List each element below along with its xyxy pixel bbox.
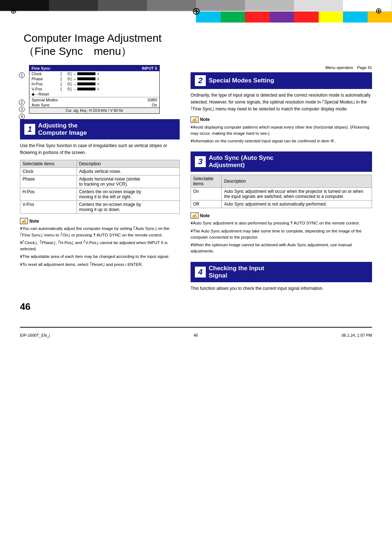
menu-input: INPUT 5 [142,66,157,70]
two-col-layout: 1 2 3 4 Fine Sync INPUT 5 Clock [ 0 [20,65,372,296]
header-strip: ⊕ ⊕ ⊕ [0,0,392,23]
section3-header: 3 Auto Sync (Auto SyncAdjustment) [191,151,372,172]
main-content: Computer Image Adjustment （Fine Sync men… [0,24,392,323]
section3: 3 Auto Sync (Auto SyncAdjustment) Select… [191,151,372,254]
section2-body: Ordinarily, the type of input signal is … [191,92,372,113]
menu-screenshot: Fine Sync INPUT 5 Clock [ 0 ] – + Phase [29,65,160,114]
menu-vpos-label: V-Pos [32,87,61,91]
page-footer: EIP-1600T_EN_j 46 06.1.24, 1:07 PM [0,331,392,339]
page-title: Computer Image Adjustment （Fine Sync men… [20,32,372,58]
color-seg-6 [319,12,343,23]
table-cell-desc: Adjusts horizontal noise (similarto trac… [77,175,179,188]
note-label-1: Note [29,219,39,224]
bw-seg-7 [294,0,343,11]
menu-special-modes-row: Special Modes 1080I [29,97,159,102]
menu-auto-sync-label: Auto Sync [32,103,50,107]
note-line-1-2: ¥｢Clock｣, ｢Phase｣, ｢H-Pos｣ and ｢V-Pos｣ c… [20,240,180,252]
note3-line3: ¥When the optimum image cannot be achiev… [191,242,372,255]
section1-header: 1 Adjusting theComputer Image [20,119,180,139]
bw-seg-3 [98,0,147,11]
circle-num-4: 4 [19,112,26,121]
section4-body: This function allows you to check the cu… [191,285,372,292]
menu-title: Fine Sync [32,66,50,70]
note-title-1: ✍ Note [20,218,180,224]
note2-line1: ¥Avoid displaying computer patterns whic… [191,124,372,137]
section3-table: Selectable items Description On Auto Syn… [191,175,372,208]
section2-note: ✍ Note ¥Avoid displaying computer patter… [191,117,372,145]
section4-title: Checking the InputSignal [209,265,264,279]
left-column: 1 2 3 4 Fine Sync INPUT 5 Clock [ 0 [20,65,180,296]
color-seg-3 [245,12,270,23]
registration-mark-center: ⊕ [192,5,200,17]
table-cell-desc: Centers the on-screen image bymoving it … [77,201,179,214]
section2-number: 2 [195,75,206,86]
color-seg-4 [270,12,294,23]
section4-header: 4 Checking the InputSignal [191,262,372,282]
section2: 2 Special Modes Setting Ordinarily, the … [191,72,372,144]
footer-right: 06.1.24, 1:07 PM [342,333,372,337]
note-label-3: Note [200,213,210,218]
menu-special-modes-label: Special Modes [32,98,58,102]
section1-title: Adjusting theComputer Image [38,122,87,137]
table-cell-item: Phase [20,175,77,188]
note3-line2: ¥The Auto Sync adjustment may take some … [191,228,372,241]
section1-table-header-desc: Description [77,160,179,168]
table-row: Clock Adjusts vertical noise. [20,168,180,175]
table-cell-item: H-Pos [20,188,77,201]
note-icon-2: ✍ [191,117,199,123]
color-seg-2 [221,12,245,23]
menu-row-hpos: H-Pos [ 0 ] – + [29,81,159,86]
table-row: V-Pos Centers the on-screen image bymovi… [20,201,180,214]
color-strip-left [0,12,196,23]
note-title-2: ✍ Note [191,117,372,123]
menu-screenshot-container: 1 2 3 4 Fine Sync INPUT 5 Clock [ 0 [29,65,180,114]
side-circle-numbers: 1 2 3 4 [19,70,26,121]
note-icon-1: ✍ [20,218,28,224]
registration-mark-right: ⊕ [375,6,382,16]
table-row: Off Auto Sync adjustment is not automati… [191,200,372,208]
menu-op-text: Menu operation Page 41 [191,65,372,70]
registration-mark-left: ⊕ [10,6,17,16]
menu-row-phase: Phase [ 0 ] – + [29,76,159,81]
table-cell-off: Off [191,200,222,208]
bw-seg-5 [196,0,245,11]
menu-freq-text: Cur. sig. freq : H 33.8 kHz / V 60 Hz [66,109,123,113]
bw-seg-8 [343,0,392,11]
table-cell-item: V-Pos [20,201,77,214]
note3-line1: ¥Auto Sync adjustment is also performed … [191,220,372,226]
bw-seg-4 [147,0,196,11]
section4-number: 4 [195,267,206,278]
section3-table-header-item: Selectable items [191,175,222,188]
bw-seg-6 [245,0,294,11]
circle-num-3: 3 [19,106,26,112]
menu-auto-sync-row: Auto Sync On [29,102,159,108]
footer-center: 46 [193,333,198,337]
note-line-1-3: ¥The adjustable area of each item may be… [20,254,180,260]
menu-clock-label: Clock [32,72,61,76]
right-column: Menu operation Page 41 2 Special Modes S… [191,65,372,296]
section3-note: ✍ Note ¥Auto Sync adjustment is also per… [191,212,372,254]
menu-row-vpos: V-Pos [ 0 ] – + [29,86,159,92]
note-title-3: ✍ Note [191,212,372,219]
section4: 4 Checking the InputSignal This function… [191,262,372,292]
color-seg-7 [343,12,368,23]
section2-header: 2 Special Modes Setting [191,72,372,89]
circle-num-2 [19,80,26,98]
note2-line2: ¥Information on the currently selected i… [191,138,372,144]
note-line-1-4: ¥To reset all adjustment items, select ｢… [20,262,180,268]
section1: 1 Adjusting theComputer Image Use the Fi… [20,119,180,268]
table-cell-desc: Adjusts vertical noise. [77,168,179,175]
bw-seg-2 [49,0,98,11]
page-number: 46 [20,301,372,312]
section3-table-header-desc: Description [222,175,372,188]
circle-num-1: 1 [19,70,26,80]
menu-row-clock: Clock [ 0 ] – + [29,71,159,76]
section1-table: Selectable items Description Clock Adjus… [20,160,180,214]
bw-seg-1 [0,0,49,11]
table-cell-on: On [191,188,222,200]
table-cell-off-desc: Auto Sync adjustment is not automaticall… [222,200,372,208]
section1-note: ✍ Note ¥You can automatically adjust the… [20,218,180,268]
table-cell-item: Clock [20,168,77,175]
footer-left: EIP-1600T_EN_j [20,333,50,337]
color-seg-5 [294,12,319,23]
